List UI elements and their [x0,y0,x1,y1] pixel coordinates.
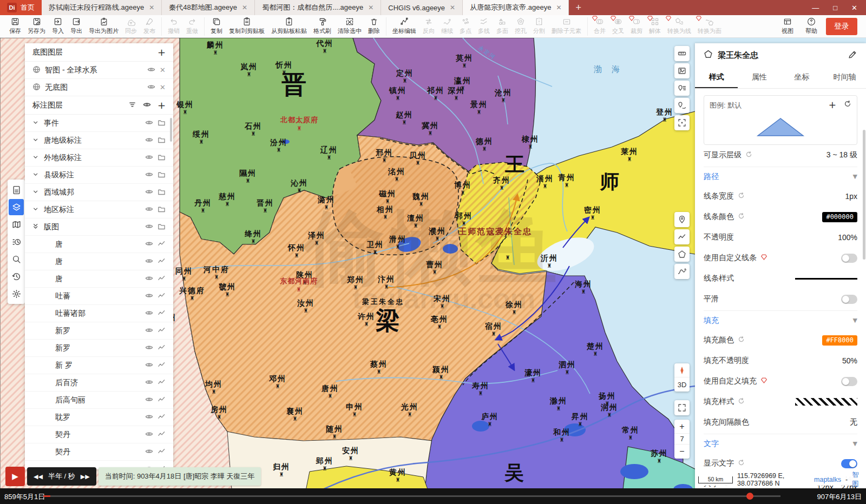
visibility-icon[interactable] [145,413,153,422]
visibility-icon[interactable] [145,136,153,145]
visibility-icon[interactable] [145,291,153,301]
refresh-icon[interactable] [738,213,745,221]
toolbar-export-button[interactable]: 导出 [67,17,86,36]
layer-item-row[interactable]: 后百济 [25,374,173,392]
document-tab[interactable]: 苏轼南迁末段行程路线.ageeye✕ [42,0,162,15]
speed-control[interactable]: ◀◀ 半年 / 秒 ▶▶ [27,467,96,486]
document-tab[interactable]: 从唐懿宗到唐哀帝.ageeye✕ [463,0,569,15]
fullscreen-icon[interactable] [674,400,690,415]
layer-group-row[interactable]: 县级标注 [25,167,173,184]
visibility-icon[interactable] [145,395,153,405]
filter-icon[interactable] [128,101,136,110]
extent-select-icon[interactable] [674,115,690,130]
toggle-switch[interactable] [841,377,857,386]
visibility-icon[interactable] [145,205,153,215]
zhitu-link[interactable]: 智图 [852,470,863,489]
panel-scrollbar[interactable] [863,130,865,260]
step-forward-icon[interactable]: ▶▶ [81,473,90,480]
polyline-icon[interactable] [158,395,166,405]
add-legend-button[interactable]: + [829,101,836,110]
polyline-icon[interactable] [158,274,166,284]
toggle-switch[interactable] [841,295,857,304]
folder-icon[interactable] [158,136,166,145]
visibility-icon[interactable] [147,65,155,75]
layer-item-row[interactable]: 契丹 [25,443,173,461]
layer-item-row[interactable]: 耽罗 [25,409,173,426]
layer-item-row[interactable]: 契丹 [25,426,173,443]
toolbar-brush-button[interactable]: 格式刷 [310,17,334,36]
document-tab[interactable]: 蜀都河图：成都自然历....ageeye✕ [255,0,381,15]
toggle-switch[interactable] [841,459,857,468]
toolbar-save-button[interactable]: 保存 [6,17,24,36]
home-button[interactable]: Di 首页 [0,0,42,15]
close-tab-icon[interactable]: ✕ [450,4,455,11]
timeline-track[interactable] [43,495,780,497]
polyline-icon[interactable] [158,447,166,457]
layer-item-row[interactable]: 唐 [25,236,173,253]
timeline-handle[interactable] [746,493,753,500]
marker-list-icon[interactable] [674,81,690,96]
polyline-icon[interactable] [158,291,166,301]
layer-item-row[interactable]: 新罗 [25,340,173,357]
close-tab-icon[interactable]: ✕ [149,4,154,11]
add-marker-icon[interactable] [674,212,690,227]
chevron-down-icon[interactable] [31,170,40,180]
layer-group-row[interactable]: 西域城邦 [25,184,173,201]
chevron-down-icon[interactable] [31,205,40,215]
polyline-icon[interactable] [158,430,166,440]
document-tab[interactable]: 秦代48郡地图.ageeye✕ [162,0,255,15]
polyline-icon[interactable] [158,361,166,370]
visibility-icon[interactable] [145,309,153,319]
fill-style-swatch[interactable] [795,398,857,406]
maptalks-link[interactable]: maptalks [814,476,841,483]
toolbar-clearsel-button[interactable]: 清除选中 [334,17,365,36]
step-back-icon[interactable]: ◀◀ [34,473,43,480]
strip-document-icon[interactable] [9,182,24,198]
strip-search-icon[interactable] [9,251,24,267]
play-button[interactable]: ▶ [5,467,25,486]
toolbar-coords-button[interactable]: 坐标编辑 [389,17,419,36]
visibility-icon[interactable] [145,430,153,440]
folder-icon[interactable] [158,153,166,163]
marker-draw-icon[interactable] [674,98,690,113]
strip-basemap-icon[interactable] [9,216,24,233]
layers-scrollbar[interactable] [170,118,172,142]
strip-timeline-icon[interactable] [9,234,24,250]
strip-settings-icon[interactable] [9,286,24,302]
layer-item-row[interactable]: 新 罗 [25,357,173,374]
visibility-icon[interactable] [145,153,153,163]
layer-group-row[interactable]: 外地级标注 [25,149,173,167]
layer-item-row[interactable]: 吐蕃 [25,288,173,305]
export-image-icon[interactable] [674,63,690,78]
layer-item-row[interactable]: 唐 [25,270,173,288]
visibility-icon[interactable] [145,222,153,232]
polyline-icon[interactable] [158,326,166,336]
toolbar-trash-button[interactable]: 删除 [365,17,383,36]
refresh-legend-icon[interactable] [844,100,851,110]
toolbar-copyclip-button[interactable]: 复制到剪贴板 [226,17,268,36]
toggle-switch[interactable] [841,254,857,263]
add-anno-layer-button[interactable]: + [158,101,166,110]
line-style-swatch[interactable] [795,278,857,280]
compass-icon[interactable] [674,363,690,377]
layer-group-row[interactable]: 版图 [25,218,173,236]
document-tab[interactable]: CHGIS v6.ageeye✕ [381,0,463,15]
draw-polygon-icon[interactable] [674,247,690,262]
chevron-down-icon[interactable] [31,153,40,163]
section-header[interactable]: 文字▼ [704,434,857,453]
view-button[interactable]: 视图 [778,17,797,36]
visibility-icon[interactable] [145,257,153,267]
toolbar-import-button[interactable]: 导入 [49,17,67,36]
toggle-3d-button[interactable]: 3D [674,377,690,392]
toolbar-pasteclip-button[interactable]: 从剪贴板粘贴 [268,17,310,36]
add-base-layer-button[interactable]: + [158,48,166,57]
edit-icon[interactable] [848,50,857,61]
layer-item-row[interactable]: 吐蕃诸部 [25,305,173,322]
draw-curve-icon[interactable] [674,264,690,279]
section-header[interactable]: 填充▼ [704,310,857,330]
panel-tab-坐标[interactable]: 坐标 [780,67,823,88]
polyline-icon[interactable] [158,240,166,249]
layer-item-row[interactable]: 新罗 [25,322,173,340]
toolbar-copy-button[interactable]: 复制 [207,17,226,36]
base-layer-row[interactable]: 无底图✕ [25,79,173,96]
